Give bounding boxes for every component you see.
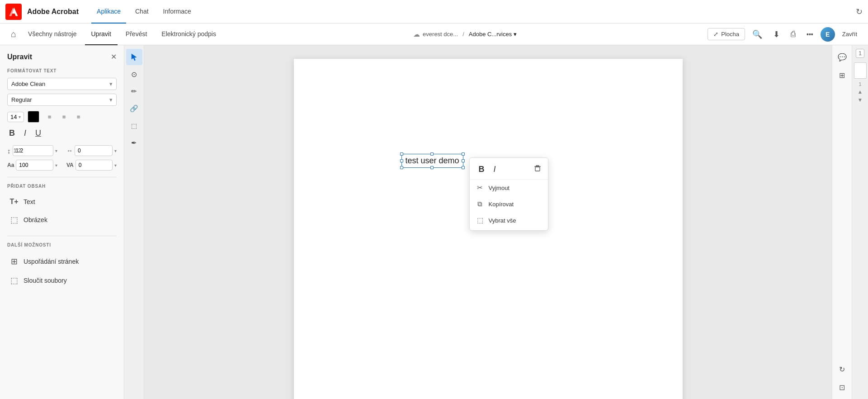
char-spacing-input[interactable] (75, 145, 113, 156)
line-spacing-field: ↕ 1.2 ▾ (7, 145, 57, 156)
nav-chat[interactable]: Chat (130, 0, 154, 24)
cursor-icon (130, 53, 138, 61)
scan-panel-button[interactable]: ⊡ (834, 379, 850, 395)
handle-bc[interactable] (430, 166, 434, 169)
panel-title: Upravit (7, 53, 32, 61)
ctx-cut-icon: ✂ (476, 184, 484, 192)
size-chevron[interactable]: ▾ (19, 114, 21, 119)
plocha-expand-icon: ⤢ (713, 31, 718, 38)
print-icon[interactable]: ⎙ (787, 28, 799, 41)
more-icon[interactable]: ••• (803, 29, 817, 40)
handle-bl[interactable] (400, 166, 403, 169)
ctx-copy-item[interactable]: ⧉ Kopírovat (470, 196, 548, 212)
char-spacing-arrow[interactable]: ▾ (114, 148, 117, 153)
numbered-list-button[interactable]: ≡ (57, 110, 70, 123)
adobe-logo (5, 4, 22, 20)
draw-tool-button[interactable]: ✒ (126, 135, 142, 151)
panel-header: Upravit ✕ (7, 52, 117, 61)
draw-icon: ✒ (131, 139, 137, 147)
breadcrumb-cloud: everest dce... (423, 31, 458, 38)
handle-mr[interactable] (462, 159, 465, 162)
top-refresh-icon[interactable]: ↻ (856, 7, 863, 17)
trash-icon (533, 164, 542, 172)
merge-icon: ⬚ (9, 276, 19, 285)
ctx-italic-button[interactable]: I (491, 163, 499, 176)
divider-1 (7, 177, 117, 177)
page-up-arrow[interactable]: ▲ (858, 89, 863, 95)
download-icon[interactable]: ⬇ (769, 28, 783, 41)
select-tool-button[interactable] (126, 49, 142, 65)
font-family-select[interactable]: Adobe Clean ▾ (7, 78, 117, 90)
page-number-input[interactable]: 1 (856, 49, 864, 58)
line-spacing-input[interactable] (13, 145, 54, 156)
line-spacing-row: ↕ 1.2 ▾ ↔ ▾ (7, 145, 117, 156)
bold-button[interactable]: B (7, 128, 17, 139)
chat-panel-button[interactable]: 💬 (834, 49, 850, 65)
kern-arrow[interactable]: ▾ (114, 163, 117, 168)
pencil-icon: ✏ (131, 87, 137, 95)
add-text-icon: T+ (9, 198, 19, 206)
more-options-section: DALŠÍ MOŽNOSTI ⊞ Uspořádání stránek ⬚ Sl… (7, 242, 117, 290)
close-button[interactable]: Zavřít (839, 29, 861, 39)
bullet-list-button[interactable]: ≡ (43, 110, 56, 123)
text-selection-box[interactable]: test user demo (401, 154, 463, 168)
scale-arrow[interactable]: ▾ (55, 163, 57, 168)
align-button[interactable]: ≡ (72, 110, 85, 123)
handle-tc[interactable] (430, 152, 434, 156)
font-size-stepper[interactable]: 14 ▾ (7, 112, 24, 122)
handle-br[interactable] (462, 166, 465, 169)
nav-aplikace[interactable]: Aplikace (91, 0, 126, 24)
handle-tr[interactable] (462, 152, 465, 156)
color-swatch[interactable] (28, 111, 39, 123)
page-sidebar: 1 1 ▲ ▼ (852, 45, 868, 399)
panel-close-icon[interactable]: ✕ (111, 52, 117, 61)
ctx-copy-icon: ⧉ (476, 200, 484, 208)
svg-rect-1 (535, 167, 540, 171)
underline-button[interactable]: U (33, 128, 43, 139)
breadcrumb-chevron-icon[interactable]: ▾ (514, 31, 517, 38)
avatar[interactable]: E (821, 27, 835, 42)
handle-ml[interactable] (400, 159, 403, 162)
nav-informace[interactable]: Informace (158, 0, 197, 24)
format-text-label: FORMÁTOVAT TEXT (7, 68, 117, 73)
handle-tl[interactable] (400, 152, 403, 156)
text-content: test user demo (406, 156, 459, 165)
font-style-select[interactable]: Regular ▾ (7, 94, 117, 106)
arrange-pages-item[interactable]: ⊞ Uspořádání stránek (7, 252, 117, 271)
right-panel: 💬 ⊞ ↻ ⊡ (832, 45, 852, 399)
ctx-delete-button[interactable] (533, 164, 542, 175)
zoom-tool-button[interactable]: ⊙ (126, 66, 142, 82)
link-tool-button[interactable]: 🔗 (126, 100, 142, 117)
ctx-cut-item[interactable]: ✂ Vyjmout (470, 180, 548, 196)
add-image-item[interactable]: ⬚ Obrázek (7, 210, 117, 229)
nav-upravit[interactable]: Upravit (85, 24, 118, 45)
ctx-select-all-item[interactable]: ⬚ Vybrat vše (470, 212, 548, 228)
list-buttons: ≡ ≡ ≡ (43, 110, 85, 123)
grid-panel-button[interactable]: ⊞ (834, 67, 850, 83)
ctx-bold-button[interactable]: B (476, 163, 487, 176)
line-spacing-arrow[interactable]: ▾ (55, 148, 57, 153)
line-spacing-icon: ↕ (7, 147, 11, 155)
char-spacing-field: ↔ ▾ (66, 145, 117, 156)
scale-kern-row: Aa ▾ VA ▾ (7, 160, 117, 171)
pencil-tool-button[interactable]: ✏ (126, 83, 142, 100)
italic-button[interactable]: I (22, 128, 28, 139)
text-format-row: B I U (7, 128, 117, 139)
kern-icon: VA (66, 162, 74, 168)
more-options-label: DALŠÍ MOŽNOSTI (7, 242, 117, 247)
nav-all-tools[interactable]: Všechny nástroje (22, 24, 83, 45)
kern-input[interactable] (75, 160, 113, 171)
page-down-arrow[interactable]: ▼ (858, 97, 863, 103)
merge-files-item[interactable]: ⬚ Sloučit soubory (7, 271, 117, 290)
nav-elektronicky-podpis[interactable]: Elektronický podpis (155, 24, 222, 45)
refresh-panel-button[interactable]: ↻ (834, 361, 850, 377)
add-text-item[interactable]: T+ Text (7, 193, 117, 210)
scale-input[interactable] (16, 160, 53, 171)
home-button[interactable]: ⌂ (7, 24, 20, 45)
plocha-button[interactable]: ⤢ Plocha (708, 28, 745, 40)
left-panel: Upravit ✕ FORMÁTOVAT TEXT Adobe Clean ▾ … (0, 45, 124, 399)
context-menu: B I ✂ Vyjmout (469, 157, 548, 231)
search-icon[interactable]: 🔍 (749, 28, 766, 41)
nav-prevest[interactable]: Převést (119, 24, 153, 45)
textbox-tool-button[interactable]: ⬚ (126, 118, 142, 134)
